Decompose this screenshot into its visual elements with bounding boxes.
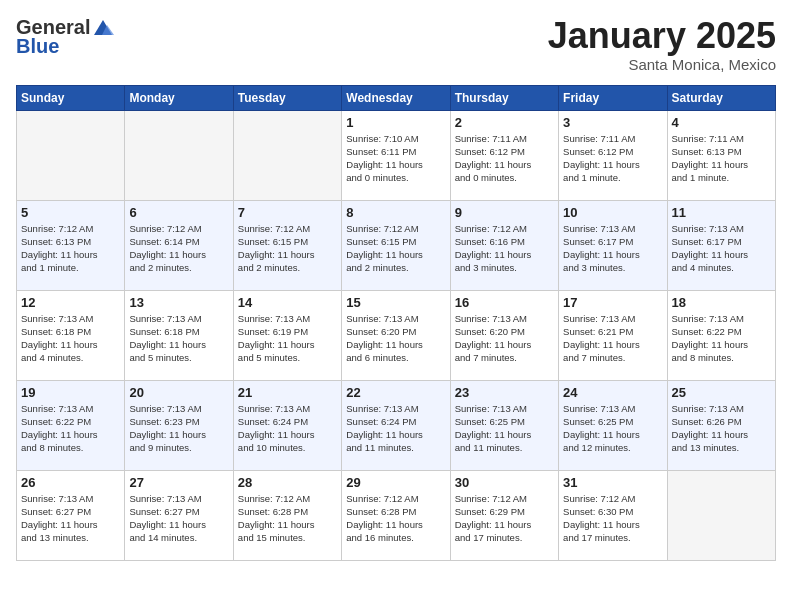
day-number: 15 bbox=[346, 295, 445, 310]
day-number: 23 bbox=[455, 385, 554, 400]
calendar-cell: 21Sunrise: 7:13 AM Sunset: 6:24 PM Dayli… bbox=[233, 380, 341, 470]
calendar-cell: 19Sunrise: 7:13 AM Sunset: 6:22 PM Dayli… bbox=[17, 380, 125, 470]
logo: General Blue bbox=[16, 16, 114, 58]
calendar-cell: 14Sunrise: 7:13 AM Sunset: 6:19 PM Dayli… bbox=[233, 290, 341, 380]
calendar-cell bbox=[667, 470, 775, 560]
day-info: Sunrise: 7:12 AM Sunset: 6:28 PM Dayligh… bbox=[346, 492, 445, 545]
calendar-table: SundayMondayTuesdayWednesdayThursdayFrid… bbox=[16, 85, 776, 561]
weekday-header-sunday: Sunday bbox=[17, 85, 125, 110]
calendar-cell bbox=[233, 110, 341, 200]
day-info: Sunrise: 7:12 AM Sunset: 6:29 PM Dayligh… bbox=[455, 492, 554, 545]
title-block: January 2025 Santa Monica, Mexico bbox=[548, 16, 776, 73]
day-info: Sunrise: 7:13 AM Sunset: 6:18 PM Dayligh… bbox=[129, 312, 228, 365]
day-number: 31 bbox=[563, 475, 662, 490]
calendar-cell: 12Sunrise: 7:13 AM Sunset: 6:18 PM Dayli… bbox=[17, 290, 125, 380]
day-info: Sunrise: 7:12 AM Sunset: 6:16 PM Dayligh… bbox=[455, 222, 554, 275]
day-number: 29 bbox=[346, 475, 445, 490]
day-info: Sunrise: 7:11 AM Sunset: 6:12 PM Dayligh… bbox=[563, 132, 662, 185]
day-number: 20 bbox=[129, 385, 228, 400]
week-row-1: 1Sunrise: 7:10 AM Sunset: 6:11 PM Daylig… bbox=[17, 110, 776, 200]
calendar-cell: 16Sunrise: 7:13 AM Sunset: 6:20 PM Dayli… bbox=[450, 290, 558, 380]
day-info: Sunrise: 7:12 AM Sunset: 6:15 PM Dayligh… bbox=[346, 222, 445, 275]
calendar-cell: 27Sunrise: 7:13 AM Sunset: 6:27 PM Dayli… bbox=[125, 470, 233, 560]
day-info: Sunrise: 7:13 AM Sunset: 6:24 PM Dayligh… bbox=[238, 402, 337, 455]
day-number: 9 bbox=[455, 205, 554, 220]
day-number: 16 bbox=[455, 295, 554, 310]
week-row-3: 12Sunrise: 7:13 AM Sunset: 6:18 PM Dayli… bbox=[17, 290, 776, 380]
week-row-2: 5Sunrise: 7:12 AM Sunset: 6:13 PM Daylig… bbox=[17, 200, 776, 290]
day-info: Sunrise: 7:11 AM Sunset: 6:13 PM Dayligh… bbox=[672, 132, 771, 185]
day-number: 21 bbox=[238, 385, 337, 400]
calendar-cell: 28Sunrise: 7:12 AM Sunset: 6:28 PM Dayli… bbox=[233, 470, 341, 560]
calendar-cell: 18Sunrise: 7:13 AM Sunset: 6:22 PM Dayli… bbox=[667, 290, 775, 380]
day-info: Sunrise: 7:13 AM Sunset: 6:18 PM Dayligh… bbox=[21, 312, 120, 365]
day-info: Sunrise: 7:13 AM Sunset: 6:20 PM Dayligh… bbox=[455, 312, 554, 365]
day-info: Sunrise: 7:13 AM Sunset: 6:24 PM Dayligh… bbox=[346, 402, 445, 455]
calendar-cell: 11Sunrise: 7:13 AM Sunset: 6:17 PM Dayli… bbox=[667, 200, 775, 290]
calendar-cell: 7Sunrise: 7:12 AM Sunset: 6:15 PM Daylig… bbox=[233, 200, 341, 290]
location: Santa Monica, Mexico bbox=[548, 56, 776, 73]
day-number: 4 bbox=[672, 115, 771, 130]
calendar-cell: 4Sunrise: 7:11 AM Sunset: 6:13 PM Daylig… bbox=[667, 110, 775, 200]
calendar-cell: 31Sunrise: 7:12 AM Sunset: 6:30 PM Dayli… bbox=[559, 470, 667, 560]
day-number: 22 bbox=[346, 385, 445, 400]
day-info: Sunrise: 7:10 AM Sunset: 6:11 PM Dayligh… bbox=[346, 132, 445, 185]
calendar-cell: 6Sunrise: 7:12 AM Sunset: 6:14 PM Daylig… bbox=[125, 200, 233, 290]
day-number: 19 bbox=[21, 385, 120, 400]
weekday-header-tuesday: Tuesday bbox=[233, 85, 341, 110]
weekday-header-saturday: Saturday bbox=[667, 85, 775, 110]
day-info: Sunrise: 7:13 AM Sunset: 6:19 PM Dayligh… bbox=[238, 312, 337, 365]
calendar-cell bbox=[125, 110, 233, 200]
calendar-cell: 5Sunrise: 7:12 AM Sunset: 6:13 PM Daylig… bbox=[17, 200, 125, 290]
weekday-header-thursday: Thursday bbox=[450, 85, 558, 110]
day-info: Sunrise: 7:12 AM Sunset: 6:28 PM Dayligh… bbox=[238, 492, 337, 545]
calendar-cell: 1Sunrise: 7:10 AM Sunset: 6:11 PM Daylig… bbox=[342, 110, 450, 200]
day-info: Sunrise: 7:13 AM Sunset: 6:25 PM Dayligh… bbox=[455, 402, 554, 455]
day-number: 6 bbox=[129, 205, 228, 220]
day-number: 13 bbox=[129, 295, 228, 310]
calendar-cell: 15Sunrise: 7:13 AM Sunset: 6:20 PM Dayli… bbox=[342, 290, 450, 380]
day-number: 14 bbox=[238, 295, 337, 310]
day-info: Sunrise: 7:11 AM Sunset: 6:12 PM Dayligh… bbox=[455, 132, 554, 185]
day-number: 2 bbox=[455, 115, 554, 130]
calendar-cell: 22Sunrise: 7:13 AM Sunset: 6:24 PM Dayli… bbox=[342, 380, 450, 470]
calendar-cell: 13Sunrise: 7:13 AM Sunset: 6:18 PM Dayli… bbox=[125, 290, 233, 380]
day-number: 26 bbox=[21, 475, 120, 490]
day-number: 10 bbox=[563, 205, 662, 220]
day-info: Sunrise: 7:12 AM Sunset: 6:13 PM Dayligh… bbox=[21, 222, 120, 275]
day-info: Sunrise: 7:13 AM Sunset: 6:20 PM Dayligh… bbox=[346, 312, 445, 365]
calendar-cell: 29Sunrise: 7:12 AM Sunset: 6:28 PM Dayli… bbox=[342, 470, 450, 560]
day-number: 28 bbox=[238, 475, 337, 490]
day-info: Sunrise: 7:12 AM Sunset: 6:15 PM Dayligh… bbox=[238, 222, 337, 275]
day-info: Sunrise: 7:13 AM Sunset: 6:21 PM Dayligh… bbox=[563, 312, 662, 365]
day-info: Sunrise: 7:13 AM Sunset: 6:27 PM Dayligh… bbox=[129, 492, 228, 545]
calendar-cell: 24Sunrise: 7:13 AM Sunset: 6:25 PM Dayli… bbox=[559, 380, 667, 470]
day-info: Sunrise: 7:13 AM Sunset: 6:27 PM Dayligh… bbox=[21, 492, 120, 545]
calendar-cell: 10Sunrise: 7:13 AM Sunset: 6:17 PM Dayli… bbox=[559, 200, 667, 290]
weekday-header-friday: Friday bbox=[559, 85, 667, 110]
day-number: 1 bbox=[346, 115, 445, 130]
logo-icon bbox=[92, 17, 114, 39]
day-number: 17 bbox=[563, 295, 662, 310]
day-info: Sunrise: 7:13 AM Sunset: 6:22 PM Dayligh… bbox=[672, 312, 771, 365]
day-number: 3 bbox=[563, 115, 662, 130]
calendar-cell: 25Sunrise: 7:13 AM Sunset: 6:26 PM Dayli… bbox=[667, 380, 775, 470]
week-row-4: 19Sunrise: 7:13 AM Sunset: 6:22 PM Dayli… bbox=[17, 380, 776, 470]
calendar-cell: 30Sunrise: 7:12 AM Sunset: 6:29 PM Dayli… bbox=[450, 470, 558, 560]
day-number: 8 bbox=[346, 205, 445, 220]
day-number: 5 bbox=[21, 205, 120, 220]
calendar-cell: 17Sunrise: 7:13 AM Sunset: 6:21 PM Dayli… bbox=[559, 290, 667, 380]
weekday-header-row: SundayMondayTuesdayWednesdayThursdayFrid… bbox=[17, 85, 776, 110]
calendar-cell: 20Sunrise: 7:13 AM Sunset: 6:23 PM Dayli… bbox=[125, 380, 233, 470]
logo-blue-text: Blue bbox=[16, 35, 59, 58]
calendar-cell: 26Sunrise: 7:13 AM Sunset: 6:27 PM Dayli… bbox=[17, 470, 125, 560]
calendar-cell bbox=[17, 110, 125, 200]
calendar-cell: 23Sunrise: 7:13 AM Sunset: 6:25 PM Dayli… bbox=[450, 380, 558, 470]
day-info: Sunrise: 7:13 AM Sunset: 6:17 PM Dayligh… bbox=[563, 222, 662, 275]
day-number: 30 bbox=[455, 475, 554, 490]
day-number: 11 bbox=[672, 205, 771, 220]
calendar-cell: 8Sunrise: 7:12 AM Sunset: 6:15 PM Daylig… bbox=[342, 200, 450, 290]
weekday-header-monday: Monday bbox=[125, 85, 233, 110]
week-row-5: 26Sunrise: 7:13 AM Sunset: 6:27 PM Dayli… bbox=[17, 470, 776, 560]
day-info: Sunrise: 7:13 AM Sunset: 6:26 PM Dayligh… bbox=[672, 402, 771, 455]
